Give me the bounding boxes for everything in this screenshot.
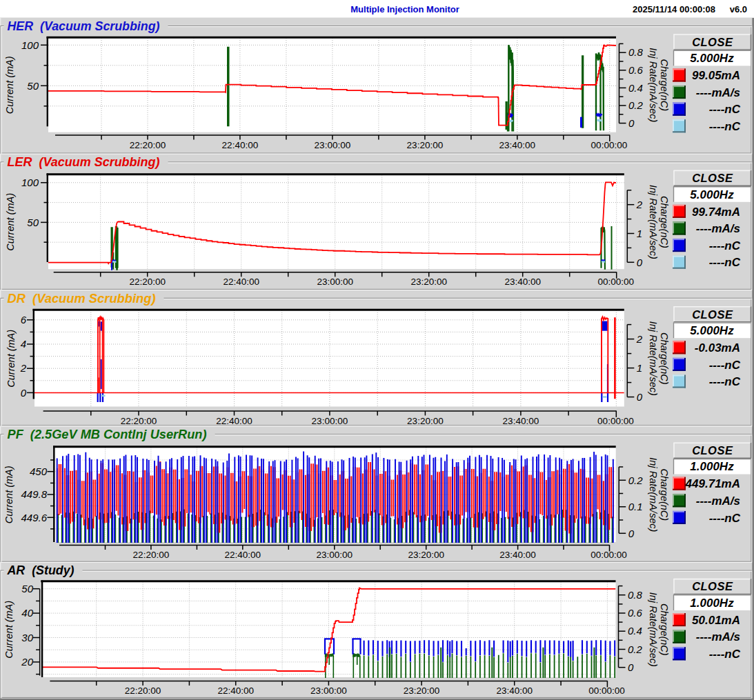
svg-text:22:40:00: 22:40:00 (217, 686, 254, 696)
svg-text:PF (2.5GeV MB ContInj UserRun: PF (2.5GeV MB ContInj UserRun) (8, 428, 207, 441)
svg-text:50: 50 (27, 80, 39, 92)
svg-text:2: 2 (20, 362, 27, 374)
svg-text:449.6: 449.6 (21, 512, 47, 523)
svg-text:Inj Rate(mA/sec): Inj Rate(mA/sec) (648, 592, 659, 667)
svg-text:0.6: 0.6 (628, 607, 643, 619)
svg-text:----nC: ----nC (709, 359, 741, 372)
svg-text:23:40:00: 23:40:00 (504, 277, 541, 287)
svg-text:22:20:00: 22:20:00 (121, 416, 157, 426)
svg-text:6: 6 (21, 314, 27, 326)
svg-text:0.2: 0.2 (628, 99, 644, 111)
svg-text:22:20:00: 22:20:00 (129, 277, 166, 287)
svg-text:99.05mA: 99.05mA (692, 69, 740, 82)
svg-text:0: 0 (628, 661, 634, 673)
svg-text:5.000Hz: 5.000Hz (690, 324, 734, 337)
svg-text:0.2: 0.2 (628, 474, 644, 486)
svg-text:Charge(nC): Charge(nC) (659, 59, 670, 111)
svg-text:----mA/s: ----mA/s (696, 222, 740, 235)
svg-text:22:20:00: 22:20:00 (133, 550, 170, 560)
svg-text:0.8: 0.8 (628, 589, 643, 601)
svg-text:449.71mA: 449.71mA (685, 477, 740, 490)
svg-text:Charge(nC): Charge(nC) (659, 468, 670, 521)
svg-text:Current (mA): Current (mA) (3, 466, 14, 523)
svg-text:23:00:00: 23:00:00 (312, 416, 348, 426)
svg-text:2: 2 (636, 333, 643, 345)
svg-text:23:00:00: 23:00:00 (317, 550, 353, 560)
svg-text:0: 0 (637, 391, 643, 403)
svg-text:0: 0 (21, 387, 27, 399)
svg-text:----nC: ----nC (709, 103, 741, 116)
svg-text:40: 40 (21, 607, 33, 619)
svg-text:22:40:00: 22:40:00 (223, 277, 259, 287)
svg-text:DR (Vacuum Scrubbing): DR (Vacuum Scrubbing) (8, 292, 156, 306)
svg-text:23:20:00: 23:20:00 (407, 416, 444, 426)
svg-text:23:20:00: 23:20:00 (404, 686, 440, 696)
svg-text:5.000Hz: 5.000Hz (690, 52, 734, 65)
svg-text:LER (Vacuum Scrubbing): LER (Vacuum Scrubbing) (8, 155, 160, 169)
svg-text:HER (Vacuum Scrubbing): HER (Vacuum Scrubbing) (8, 19, 160, 33)
svg-text:CLOSE: CLOSE (692, 172, 733, 184)
svg-text:CLOSE: CLOSE (692, 580, 733, 592)
svg-text:Charge(nC): Charge(nC) (659, 196, 670, 248)
svg-text:00:00:00: 00:00:00 (597, 416, 634, 426)
svg-text:----nC: ----nC (709, 648, 741, 661)
svg-text:50: 50 (21, 583, 33, 594)
svg-text:1: 1 (637, 228, 642, 239)
svg-text:Current (mA): Current (mA) (4, 56, 15, 114)
svg-text:0.1: 0.1 (628, 501, 643, 512)
svg-text:Inj Rate(mA/sec): Inj Rate(mA/sec) (648, 48, 659, 122)
svg-text:Inj Rate(mA/sec): Inj Rate(mA/sec) (648, 457, 659, 532)
svg-text:0.2: 0.2 (628, 643, 643, 655)
svg-text:23:20:00: 23:20:00 (410, 277, 447, 287)
svg-text:----nC: ----nC (709, 375, 741, 388)
svg-text:Current (mA): Current (mA) (3, 601, 14, 659)
svg-text:00:00:00: 00:00:00 (591, 140, 628, 150)
svg-text:1.000Hz: 1.000Hz (690, 460, 734, 473)
svg-text:22:20:00: 22:20:00 (125, 686, 161, 696)
svg-text:450: 450 (30, 466, 48, 477)
svg-text:23:20:00: 23:20:00 (408, 550, 444, 560)
svg-text:0.8: 0.8 (628, 46, 644, 58)
svg-text:----mA/s: ----mA/s (696, 630, 740, 643)
svg-text:100: 100 (21, 177, 39, 188)
svg-text:----nC: ----nC (709, 239, 741, 252)
svg-text:Current (mA): Current (mA) (5, 193, 16, 251)
svg-text:v6.0: v6.0 (730, 4, 747, 14)
svg-text:100: 100 (21, 39, 39, 51)
svg-text:0.4: 0.4 (628, 82, 643, 94)
svg-text:5.000Hz: 5.000Hz (690, 188, 734, 201)
svg-text:0.4: 0.4 (628, 625, 642, 637)
svg-text:22:40:00: 22:40:00 (216, 416, 252, 426)
svg-text:30: 30 (21, 632, 33, 643)
svg-text:23:40:00: 23:40:00 (499, 550, 536, 560)
svg-text:23:40:00: 23:40:00 (499, 140, 536, 150)
svg-text:50.01mA: 50.01mA (692, 614, 740, 627)
svg-text:20: 20 (21, 656, 33, 668)
svg-text:Charge(nC): Charge(nC) (659, 603, 670, 656)
svg-text:0: 0 (628, 528, 635, 539)
svg-text:00:00:00: 00:00:00 (588, 686, 625, 696)
svg-text:23:20:00: 23:20:00 (407, 140, 444, 150)
svg-text:23:00:00: 23:00:00 (315, 140, 351, 150)
svg-text:00:00:00: 00:00:00 (598, 277, 635, 287)
svg-text:CLOSE: CLOSE (692, 36, 733, 48)
svg-text:Charge(nC): Charge(nC) (659, 332, 670, 385)
svg-text:----nC: ----nC (709, 512, 741, 525)
svg-text:22:20:00: 22:20:00 (130, 140, 166, 150)
svg-text:----mA/s: ----mA/s (696, 86, 740, 99)
svg-text:4: 4 (21, 338, 26, 350)
svg-text:----nC: ----nC (709, 256, 741, 269)
svg-text:23:00:00: 23:00:00 (317, 277, 353, 287)
svg-text:Inj Rate(mA/sec): Inj Rate(mA/sec) (648, 185, 659, 259)
svg-text:2025/11/14 00:00:08: 2025/11/14 00:00:08 (633, 4, 715, 14)
svg-text:AR (Study): AR (Study) (7, 563, 75, 577)
svg-text:50: 50 (27, 217, 39, 228)
svg-text:0: 0 (628, 117, 635, 129)
svg-text:23:00:00: 23:00:00 (310, 686, 347, 696)
svg-text:CLOSE: CLOSE (692, 444, 733, 457)
svg-text:00:00:00: 00:00:00 (591, 550, 627, 560)
svg-text:Current (mA): Current (mA) (6, 330, 17, 388)
svg-text:22:40:00: 22:40:00 (222, 140, 259, 150)
svg-text:----mA/s: ----mA/s (696, 494, 740, 508)
svg-text:-0.03mA: -0.03mA (695, 341, 740, 354)
